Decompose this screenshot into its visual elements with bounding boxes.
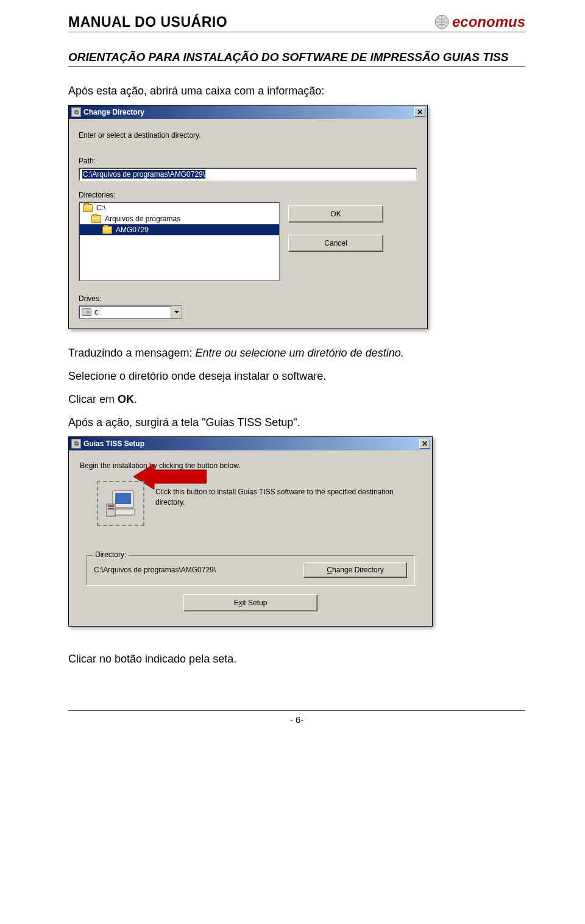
directory-fieldset: Directory: C:\Arquivos de programas\AMG0… bbox=[86, 555, 415, 586]
guias-tiss-setup-dialog: ⧉ Guias TISS Setup ✕ Begin the installat… bbox=[68, 436, 433, 627]
paragraph-6: Clicar no botão indicado pela seta. bbox=[68, 651, 525, 667]
installer-icon: ⧉ bbox=[71, 439, 81, 449]
dialog1-title: Change Directory bbox=[83, 108, 414, 116]
chevron-down-icon[interactable] bbox=[171, 306, 182, 318]
svg-rect-3 bbox=[115, 493, 131, 504]
page-subheader: ORIENTAÇÃO PARA INSTALAÇÃO DO SOFTWARE D… bbox=[68, 51, 525, 67]
list-item[interactable]: AMG0729 bbox=[79, 224, 279, 235]
dialog2-titlebar: ⧉ Guias TISS Setup ✕ bbox=[69, 437, 432, 450]
drives-combobox[interactable]: c: bbox=[79, 305, 182, 319]
directory-value: C:\Arquivos de programas\AMG0729\ bbox=[94, 566, 216, 574]
ok-button[interactable]: OK bbox=[288, 205, 383, 222]
dialog1-instruction: Enter or select a destination directory. bbox=[79, 131, 417, 140]
folder-icon bbox=[102, 226, 112, 234]
computer-setup-icon bbox=[104, 488, 137, 519]
dialog2-instruction: Begin the installation by clicking the b… bbox=[80, 461, 421, 470]
globe-icon bbox=[434, 14, 450, 30]
dialog2-title: Guias TISS Setup bbox=[83, 439, 419, 448]
directories-label: Directories: bbox=[79, 191, 417, 199]
fieldset-legend: Directory: bbox=[93, 550, 129, 559]
paragraph-5: Após a ação, surgirá a tela "Guias TISS … bbox=[68, 414, 525, 430]
folder-icon bbox=[91, 215, 101, 223]
paragraph-1: Após esta ação, abrirá uma caixa com a i… bbox=[68, 83, 525, 99]
dialog1-titlebar: ⧉ Change Directory ✕ bbox=[69, 105, 427, 119]
paragraph-2: Traduzindo a mensagem: Entre ou selecion… bbox=[68, 345, 525, 361]
svg-rect-7 bbox=[108, 508, 114, 510]
folder-icon bbox=[83, 204, 93, 212]
list-item[interactable]: C:\ bbox=[79, 202, 279, 213]
installer-icon: ⧉ bbox=[71, 107, 81, 117]
change-directory-dialog: ⧉ Change Directory ✕ Enter or select a d… bbox=[68, 105, 428, 329]
page-title: MANUAL DO USUÁRIO bbox=[68, 14, 227, 30]
list-item[interactable]: Arquivos de programas bbox=[79, 213, 279, 224]
page-footer: - 6- bbox=[68, 710, 525, 725]
path-input[interactable]: C:\Arquivos de programas\AMG0729\ bbox=[79, 168, 417, 181]
install-description: Click this button to install Guias TISS … bbox=[155, 481, 408, 508]
close-icon[interactable]: ✕ bbox=[414, 107, 425, 117]
exit-setup-button[interactable]: Exit Setup bbox=[183, 594, 317, 611]
svg-rect-6 bbox=[108, 505, 114, 507]
page-header: MANUAL DO USUÁRIO economus bbox=[68, 13, 525, 32]
close-icon[interactable]: ✕ bbox=[419, 439, 430, 449]
drives-label: Drives: bbox=[79, 294, 417, 303]
path-label: Path: bbox=[79, 157, 417, 165]
paragraph-3: Selecione o diretório onde deseja instal… bbox=[68, 368, 525, 384]
paragraph-4: Clicar em OK. bbox=[68, 391, 525, 407]
directories-listbox[interactable]: C:\ Arquivos de programas AMG0729 bbox=[79, 202, 280, 281]
logo-text: economus bbox=[452, 13, 525, 30]
brand-logo: economus bbox=[434, 13, 525, 30]
install-button[interactable] bbox=[97, 481, 144, 526]
drive-icon bbox=[82, 308, 91, 316]
change-directory-button[interactable]: Change Directory bbox=[303, 562, 407, 578]
drive-value: c: bbox=[94, 308, 100, 316]
cancel-button[interactable]: Cancel bbox=[288, 235, 383, 252]
